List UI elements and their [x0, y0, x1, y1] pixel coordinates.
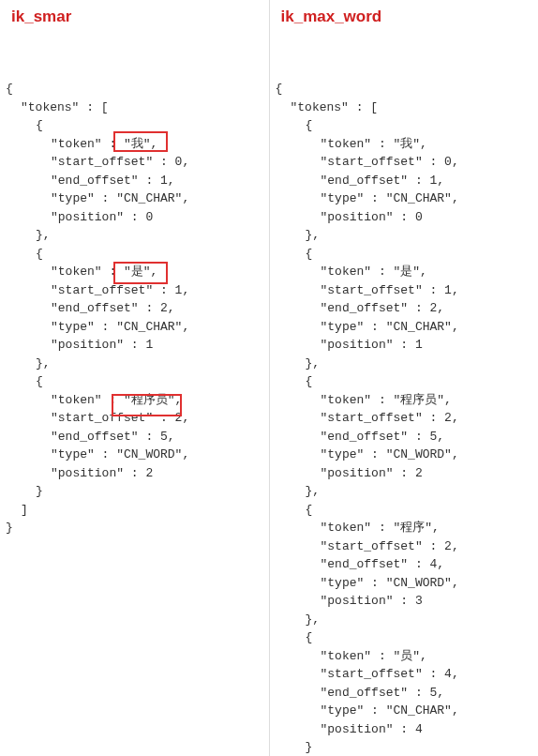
- code-line: }: [276, 738, 533, 756]
- code-line: "type" : "CN_CHAR",: [276, 702, 533, 720]
- code-line: {: [276, 501, 533, 520]
- code-line: "token" : "是",: [6, 263, 263, 281]
- code-line: {: [276, 628, 533, 647]
- right-title: ik_max_word: [270, 0, 539, 43]
- code-line: ]: [6, 501, 263, 520]
- code-line: "token" : "我",: [276, 135, 533, 154]
- code-line: "start_offset" : 2,: [276, 537, 533, 556]
- code-line: {: [6, 245, 263, 264]
- code-line: "token" : "程序",: [276, 519, 533, 537]
- code-line: "end_offset" : 4,: [276, 555, 533, 574]
- code-line: "type" : "CN_WORD",: [276, 574, 533, 593]
- code-line: {: [276, 116, 533, 135]
- code-line: "position" : 1: [6, 336, 263, 355]
- code-line: },: [276, 226, 533, 245]
- code-line: "token" : "程序员",: [276, 391, 533, 410]
- code-line: "type" : "CN_CHAR",: [6, 189, 263, 208]
- code-line: "type" : "CN_CHAR",: [6, 318, 263, 337]
- code-line: }: [6, 519, 263, 537]
- code-line: {: [6, 80, 263, 98]
- code-line: "tokens" : [: [6, 98, 263, 117]
- code-line: "start_offset" : 1,: [276, 281, 533, 300]
- code-line: {: [276, 245, 533, 264]
- code-line: "end_offset" : 5,: [276, 684, 533, 703]
- code-line: {: [6, 116, 263, 135]
- code-line: }: [6, 482, 263, 501]
- code-line: "end_offset" : 5,: [6, 428, 263, 446]
- left-code: {"tokens" : [{"token" : "我","start_offse…: [0, 43, 269, 537]
- code-line: "token" : "是",: [276, 263, 533, 281]
- code-line: "start_offset" : 0,: [276, 153, 533, 172]
- code-line: {: [6, 372, 263, 391]
- code-line: },: [6, 355, 263, 373]
- code-line: "start_offset" : 1,: [6, 281, 263, 300]
- code-line: "type" : "CN_CHAR",: [276, 189, 533, 208]
- left-panel: ik_smar {"tokens" : [{"token" : "我","sta…: [0, 0, 270, 756]
- code-line: "position" : 0: [6, 208, 263, 227]
- code-line: "position" : 0: [276, 208, 533, 227]
- code-line: },: [276, 611, 533, 629]
- code-line: "type" : "CN_WORD",: [276, 446, 533, 464]
- code-line: "position" : 2: [6, 464, 263, 483]
- code-line: "type" : "CN_CHAR",: [276, 318, 533, 337]
- code-line: "end_offset" : 2,: [6, 299, 263, 318]
- right-code: {"tokens" : [{"token" : "我","start_offse…: [270, 43, 539, 756]
- code-line: "token" : "员",: [276, 647, 533, 666]
- code-line: "end_offset" : 2,: [276, 299, 533, 318]
- code-line: "start_offset" : 2,: [276, 409, 533, 428]
- code-line: "end_offset" : 1,: [6, 172, 263, 190]
- code-line: },: [276, 355, 533, 373]
- left-title: ik_smar: [0, 0, 269, 43]
- code-line: "end_offset" : 5,: [276, 428, 533, 446]
- code-line: "position" : 1: [276, 336, 533, 355]
- code-line: },: [6, 226, 263, 245]
- code-line: "start_offset" : 2,: [6, 409, 263, 428]
- code-line: "position" : 4: [276, 720, 533, 739]
- code-line: "start_offset" : 4,: [276, 665, 533, 684]
- code-line: "token" : "程序员",: [6, 391, 263, 410]
- code-line: "type" : "CN_WORD",: [6, 446, 263, 464]
- code-line: "position" : 3: [276, 592, 533, 611]
- code-line: "position" : 2: [276, 464, 533, 483]
- code-line: "end_offset" : 1,: [276, 172, 533, 190]
- code-line: "token" : "我",: [6, 135, 263, 154]
- code-line: {: [276, 80, 533, 98]
- code-line: },: [276, 482, 533, 501]
- code-line: "start_offset" : 0,: [6, 153, 263, 172]
- right-panel: ik_max_word {"tokens" : [{"token" : "我",…: [270, 0, 539, 756]
- code-line: {: [276, 372, 533, 391]
- code-line: "tokens" : [: [276, 98, 533, 117]
